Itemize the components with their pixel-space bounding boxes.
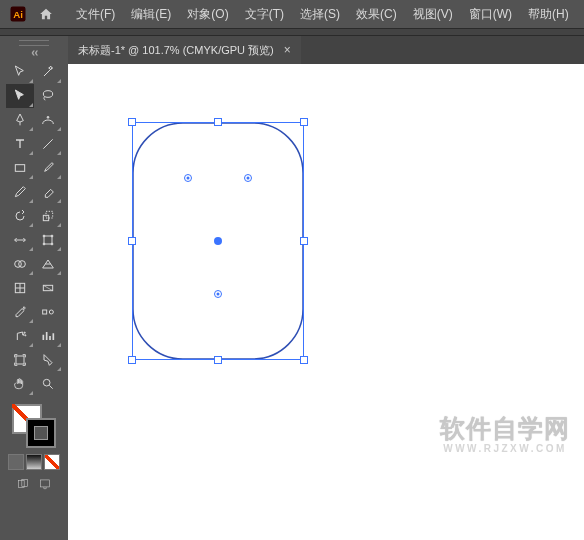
- panel-grip[interactable]: [19, 40, 49, 46]
- draw-mode-button[interactable]: [13, 476, 33, 492]
- svg-point-10: [43, 243, 45, 245]
- handle-bottom-middle[interactable]: [214, 356, 222, 364]
- corner-widget-top-left[interactable]: [184, 174, 192, 182]
- symbol-sprayer-tool[interactable]: [6, 324, 34, 348]
- menu-select[interactable]: 选择(S): [292, 0, 348, 28]
- svg-point-8: [43, 235, 45, 237]
- type-tool[interactable]: [6, 132, 34, 156]
- handle-bottom-right[interactable]: [300, 356, 308, 364]
- artboard-tool[interactable]: [6, 348, 34, 372]
- close-icon[interactable]: ×: [284, 43, 291, 57]
- toolbox: [0, 36, 68, 540]
- selected-object[interactable]: [132, 122, 304, 360]
- handle-top-middle[interactable]: [214, 118, 222, 126]
- tool-grid: [6, 60, 62, 396]
- color-mode-gradient[interactable]: [26, 454, 42, 470]
- svg-rect-21: [16, 356, 24, 364]
- svg-point-9: [51, 235, 53, 237]
- rectangle-tool[interactable]: [6, 156, 34, 180]
- menu-file[interactable]: 文件(F): [68, 0, 123, 28]
- curvature-tool[interactable]: [34, 108, 62, 132]
- handle-bottom-left[interactable]: [128, 356, 136, 364]
- color-swatches[interactable]: [10, 402, 58, 450]
- collapse-button[interactable]: [4, 48, 64, 58]
- color-mode-none[interactable]: [44, 454, 60, 470]
- shape-builder-tool[interactable]: [6, 252, 34, 276]
- menu-object[interactable]: 对象(O): [179, 0, 236, 28]
- lasso-tool[interactable]: [34, 84, 62, 108]
- scale-tool[interactable]: [34, 204, 62, 228]
- menu-type[interactable]: 文字(T): [237, 0, 292, 28]
- hand-tool[interactable]: [6, 372, 34, 396]
- blend-tool[interactable]: [34, 300, 62, 324]
- column-graph-tool[interactable]: [34, 324, 62, 348]
- workspace: 未标题-1* @ 101.7% (CMYK/GPU 预览) ×: [0, 36, 584, 540]
- svg-text:Ai: Ai: [13, 9, 23, 20]
- app-icon: Ai: [4, 0, 32, 28]
- paintbrush-tool[interactable]: [34, 156, 62, 180]
- handle-middle-right[interactable]: [300, 237, 308, 245]
- document-tab-title: 未标题-1* @ 101.7% (CMYK/GPU 预览): [78, 43, 274, 58]
- svg-rect-6: [46, 211, 53, 218]
- document-tab[interactable]: 未标题-1* @ 101.7% (CMYK/GPU 预览) ×: [68, 36, 301, 64]
- magic-wand-tool[interactable]: [34, 60, 62, 84]
- svg-point-3: [47, 116, 49, 118]
- menu-help[interactable]: 帮助(H): [520, 0, 577, 28]
- stroke-swatch[interactable]: [26, 418, 56, 448]
- menu-list: 文件(F) 编辑(E) 对象(O) 文字(T) 选择(S) 效果(C) 视图(V…: [68, 0, 577, 28]
- eraser-tool[interactable]: [34, 180, 62, 204]
- screen-modes: [13, 476, 55, 492]
- svg-point-19: [24, 332, 25, 333]
- pen-tool[interactable]: [6, 108, 34, 132]
- menu-window[interactable]: 窗口(W): [461, 0, 520, 28]
- free-transform-tool[interactable]: [34, 228, 62, 252]
- svg-rect-16: [43, 310, 47, 314]
- zoom-tool[interactable]: [34, 372, 62, 396]
- svg-rect-7: [44, 236, 52, 244]
- watermark-en: WWW.RJZXW.COM: [440, 443, 570, 454]
- width-tool[interactable]: [6, 228, 34, 252]
- corner-widget-bottom[interactable]: [214, 290, 222, 298]
- line-tool[interactable]: [34, 132, 62, 156]
- direct-selection-tool[interactable]: [6, 84, 34, 108]
- color-mode-solid[interactable]: [8, 454, 24, 470]
- slice-tool[interactable]: [34, 348, 62, 372]
- menubar: Ai 文件(F) 编辑(E) 对象(O) 文字(T) 选择(S) 效果(C) 视…: [0, 0, 584, 28]
- svg-rect-4: [15, 165, 24, 172]
- pencil-tool[interactable]: [6, 180, 34, 204]
- menu-effect[interactable]: 效果(C): [348, 0, 405, 28]
- svg-point-13: [19, 261, 26, 268]
- svg-point-18: [23, 334, 24, 335]
- svg-point-20: [25, 335, 26, 336]
- watermark-cn: 软件自学网: [440, 412, 570, 445]
- corner-widget-top-right[interactable]: [244, 174, 252, 182]
- handle-middle-left[interactable]: [128, 237, 136, 245]
- home-icon[interactable]: [32, 0, 60, 28]
- menu-view[interactable]: 视图(V): [405, 0, 461, 28]
- document-area: 未标题-1* @ 101.7% (CMYK/GPU 预览) ×: [68, 36, 584, 540]
- eyedropper-tool[interactable]: [6, 300, 34, 324]
- svg-point-22: [43, 379, 50, 386]
- tab-bar: 未标题-1* @ 101.7% (CMYK/GPU 预览) ×: [68, 36, 584, 64]
- handle-top-right[interactable]: [300, 118, 308, 126]
- handle-top-left[interactable]: [128, 118, 136, 126]
- color-mode-swatches: [8, 454, 60, 470]
- menu-edit[interactable]: 编辑(E): [123, 0, 179, 28]
- screen-mode-button[interactable]: [35, 476, 55, 492]
- mesh-tool[interactable]: [6, 276, 34, 300]
- svg-point-11: [51, 243, 53, 245]
- control-strip: [0, 28, 584, 36]
- svg-point-2: [43, 91, 52, 98]
- svg-point-17: [49, 310, 53, 314]
- rotate-tool[interactable]: [6, 204, 34, 228]
- svg-rect-25: [40, 480, 49, 487]
- gradient-tool[interactable]: [34, 276, 62, 300]
- watermark: 软件自学网 WWW.RJZXW.COM: [440, 412, 570, 454]
- canvas[interactable]: 软件自学网 WWW.RJZXW.COM: [68, 64, 584, 540]
- perspective-grid-tool[interactable]: [34, 252, 62, 276]
- selection-tool[interactable]: [6, 60, 34, 84]
- center-point[interactable]: [214, 237, 222, 245]
